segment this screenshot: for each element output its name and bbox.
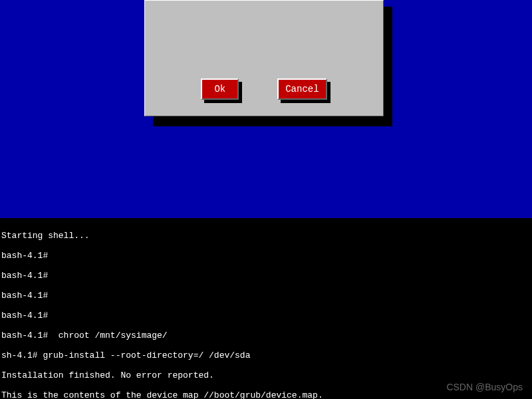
button-row: Ok Cancel (145, 78, 383, 100)
ok-button[interactable]: Ok (201, 78, 239, 100)
terminal-line: bash-4.1# (1, 291, 531, 301)
watermark-text: CSDN @BusyOps (446, 382, 523, 392)
terminal-line: bash-4.1# (1, 311, 531, 321)
confirmation-dialog: Ok Cancel (144, 0, 384, 116)
terminal-line: Starting shell... (1, 231, 531, 241)
terminal-output[interactable]: Starting shell... bash-4.1# bash-4.1# ba… (0, 218, 532, 399)
terminal-line: bash-4.1# (1, 271, 531, 281)
cancel-button[interactable]: Cancel (277, 78, 327, 100)
terminal-line: bash-4.1# chroot /mnt/sysimage/ (1, 331, 531, 340)
ok-button-wrapper: Ok (201, 78, 239, 100)
terminal-line: sh-4.1# grub-install --root-directory=/ … (1, 350, 531, 360)
cancel-button-wrapper: Cancel (277, 78, 327, 100)
terminal-line: Installation finished. No error reported… (1, 370, 531, 380)
terminal-line: bash-4.1# (1, 251, 531, 261)
dialog-background: Ok Cancel (0, 0, 532, 218)
